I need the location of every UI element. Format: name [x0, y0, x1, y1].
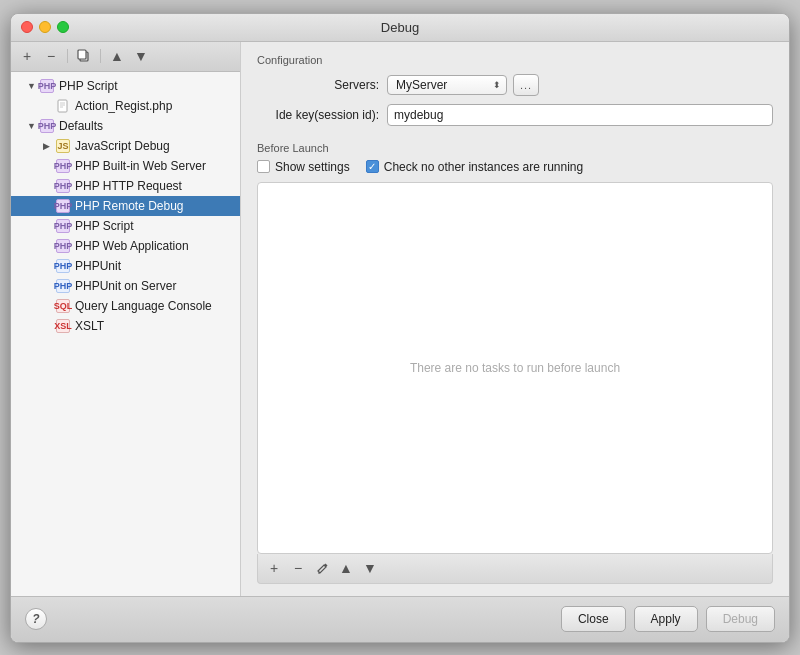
check-no-other-label: Check no other instances are running: [384, 160, 583, 174]
tree-group-php-script[interactable]: ▼ PHP PHP Script: [11, 76, 240, 96]
php-script-group-label: PHP Script: [59, 79, 117, 93]
php-script2-label: PHP Script: [75, 219, 133, 233]
maximize-traffic-light[interactable]: [57, 21, 69, 33]
show-settings-checkbox-row[interactable]: Show settings: [257, 160, 350, 174]
before-launch-section: Before Launch Show settings ✓ Check no o…: [257, 142, 773, 596]
show-settings-checkbox[interactable]: [257, 160, 270, 173]
server-select-wrapper: MyServer ⬍ ...: [387, 74, 539, 96]
debug-button[interactable]: Debug: [706, 606, 775, 632]
config-section-label: Configuration: [257, 54, 773, 66]
tree-item-php-web[interactable]: PHP PHP Web Application: [11, 236, 240, 256]
move-up-button[interactable]: ▲: [107, 46, 127, 66]
tree-item-php-http[interactable]: PHP PHP HTTP Request: [11, 176, 240, 196]
tree-item-php-remote[interactable]: PHP PHP Remote Debug: [11, 196, 240, 216]
close-traffic-light[interactable]: [21, 21, 33, 33]
php-web-icon: PHP: [55, 238, 71, 254]
expand-arrow-defaults: ▼: [27, 121, 37, 131]
query-console-icon: SQL: [55, 298, 71, 314]
main-content: + − ▲ ▼ ▼ PHP: [11, 42, 789, 596]
tree-group-defaults[interactable]: ▼ PHP Defaults: [11, 116, 240, 136]
tasks-toolbar: + − ▲ ▼: [257, 554, 773, 584]
tasks-edit-button[interactable]: [312, 558, 332, 578]
xslt-icon: XSL: [55, 318, 71, 334]
php-builtin-icon: PHP: [55, 158, 71, 174]
phpunit-server-icon: PHP: [55, 278, 71, 294]
server-select-container: MyServer ⬍: [387, 75, 507, 95]
apply-button[interactable]: Apply: [634, 606, 698, 632]
window-title: Debug: [381, 20, 419, 35]
edit-icon: [316, 562, 329, 575]
main-window: Debug + − ▲ ▼: [10, 13, 790, 643]
xslt-label: XSLT: [75, 319, 104, 333]
move-down-button[interactable]: ▼: [131, 46, 151, 66]
before-launch-header: Before Launch: [257, 142, 773, 154]
tasks-remove-button[interactable]: −: [288, 558, 308, 578]
tasks-panel: There are no tasks to run before launch: [257, 182, 773, 554]
svg-rect-2: [58, 100, 67, 112]
svg-rect-1: [78, 50, 86, 59]
server-select[interactable]: MyServer: [387, 75, 507, 95]
no-arrow-js: ▶: [43, 141, 53, 151]
more-servers-button[interactable]: ...: [513, 74, 539, 96]
ide-key-label: Ide key(session id):: [257, 108, 387, 122]
php-script-group-icon: PHP: [39, 78, 55, 94]
expand-arrow-php-script: ▼: [27, 81, 37, 91]
defaults-group-icon: PHP: [39, 118, 55, 134]
php-builtin-label: PHP Built-in Web Server: [75, 159, 206, 173]
before-launch-options: Show settings ✓ Check no other instances…: [257, 160, 773, 174]
checkmark-icon: ✓: [368, 161, 376, 172]
sidebar-toolbar: + − ▲ ▼: [11, 42, 240, 72]
traffic-lights: [21, 21, 69, 33]
help-button[interactable]: ?: [25, 608, 47, 630]
php-script2-icon: PHP: [55, 218, 71, 234]
php-web-label: PHP Web Application: [75, 239, 189, 253]
phpunit-label: PHPUnit: [75, 259, 121, 273]
action-regist-icon: [55, 98, 71, 114]
bottom-buttons: Close Apply Debug: [561, 606, 775, 632]
tree-item-js-debug[interactable]: ▶ JS JavaScript Debug: [11, 136, 240, 156]
close-button[interactable]: Close: [561, 606, 626, 632]
copy-config-button[interactable]: [74, 46, 94, 66]
phpunit-icon: PHP: [55, 258, 71, 274]
tasks-empty-text: There are no tasks to run before launch: [410, 361, 620, 375]
right-panel: Configuration Servers: MyServer ⬍ ... Id…: [241, 42, 789, 596]
sidebar-tree: ▼ PHP PHP Script: [11, 72, 240, 596]
ide-key-row: Ide key(session id):: [257, 104, 773, 126]
ide-key-input[interactable]: [387, 104, 773, 126]
titlebar: Debug: [11, 14, 789, 42]
query-console-label: Query Language Console: [75, 299, 212, 313]
php-remote-label: PHP Remote Debug: [75, 199, 184, 213]
check-no-other-checkbox[interactable]: ✓: [366, 160, 379, 173]
check-no-other-checkbox-row[interactable]: ✓ Check no other instances are running: [366, 160, 583, 174]
tree-item-xslt[interactable]: XSL XSLT: [11, 316, 240, 336]
tasks-add-button[interactable]: +: [264, 558, 284, 578]
php-remote-icon: PHP: [55, 198, 71, 214]
php-http-icon: PHP: [55, 178, 71, 194]
phpunit-server-label: PHPUnit on Server: [75, 279, 176, 293]
tree-item-action-regist[interactable]: Action_Regist.php: [11, 96, 240, 116]
php-http-label: PHP HTTP Request: [75, 179, 182, 193]
tasks-down-button[interactable]: ▼: [360, 558, 380, 578]
file-icon: [56, 99, 70, 113]
tree-item-query-console[interactable]: SQL Query Language Console: [11, 296, 240, 316]
tree-item-php-script2[interactable]: PHP PHP Script: [11, 216, 240, 236]
toolbar-separator-2: [100, 49, 101, 63]
js-debug-label: JavaScript Debug: [75, 139, 170, 153]
action-regist-label: Action_Regist.php: [75, 99, 172, 113]
copy-icon: [77, 49, 91, 63]
tree-item-phpunit-server[interactable]: PHP PHPUnit on Server: [11, 276, 240, 296]
bottom-bar: ? Close Apply Debug: [11, 596, 789, 642]
tasks-up-button[interactable]: ▲: [336, 558, 356, 578]
minimize-traffic-light[interactable]: [39, 21, 51, 33]
add-config-button[interactable]: +: [17, 46, 37, 66]
js-debug-icon: JS: [55, 138, 71, 154]
remove-config-button[interactable]: −: [41, 46, 61, 66]
sidebar: + − ▲ ▼ ▼ PHP: [11, 42, 241, 596]
servers-row: Servers: MyServer ⬍ ...: [257, 74, 773, 96]
defaults-group-label: Defaults: [59, 119, 103, 133]
servers-label: Servers:: [257, 78, 387, 92]
toolbar-separator-1: [67, 49, 68, 63]
tree-item-php-builtin[interactable]: PHP PHP Built-in Web Server: [11, 156, 240, 176]
tree-item-phpunit[interactable]: PHP PHPUnit: [11, 256, 240, 276]
show-settings-label: Show settings: [275, 160, 350, 174]
